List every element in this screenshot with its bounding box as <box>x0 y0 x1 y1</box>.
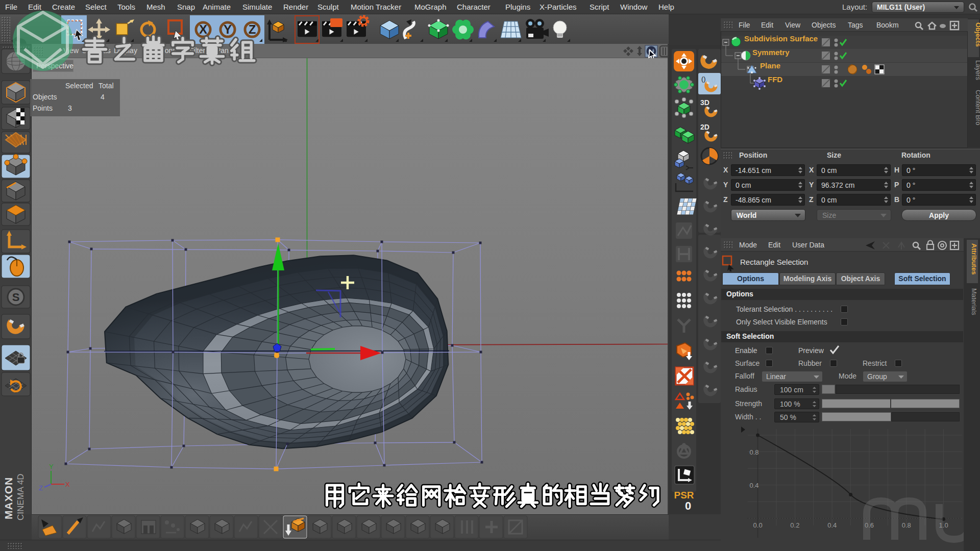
svg-text:S: S <box>12 291 20 304</box>
svg-text:2D: 2D <box>700 123 709 131</box>
svg-text:Z: Z <box>39 484 43 492</box>
svg-text:MAXON: MAXON <box>3 477 14 519</box>
svg-text:Y: Y <box>49 463 54 470</box>
svg-text:0.8: 0.8 <box>750 448 759 456</box>
svg-text:PSR: PSR <box>674 490 694 500</box>
svg-text:(): () <box>701 75 706 83</box>
svg-text:Layers: Layers <box>974 60 980 81</box>
svg-text:Materials: Materials <box>970 288 978 315</box>
svg-text:0.4: 0.4 <box>750 482 759 489</box>
svg-text:Objects: Objects <box>974 22 980 47</box>
svg-text:0.4: 0.4 <box>827 521 837 529</box>
svg-text:0.0: 0.0 <box>753 521 763 529</box>
svg-text:0: 0 <box>685 499 691 512</box>
svg-text:Content Bro: Content Bro <box>974 90 980 125</box>
svg-text:FFD: FFD <box>768 75 782 84</box>
svg-text:Attributes: Attributes <box>970 243 978 274</box>
svg-text:Symmetry: Symmetry <box>752 48 790 57</box>
svg-text:Plane: Plane <box>760 61 780 70</box>
svg-text:CINEMA 4D: CINEMA 4D <box>16 473 26 520</box>
svg-text:Subdivision Surface: Subdivision Surface <box>744 34 818 43</box>
svg-text:0.2: 0.2 <box>790 521 799 529</box>
svg-text:3D: 3D <box>700 98 709 107</box>
svg-text:X: X <box>65 481 70 488</box>
